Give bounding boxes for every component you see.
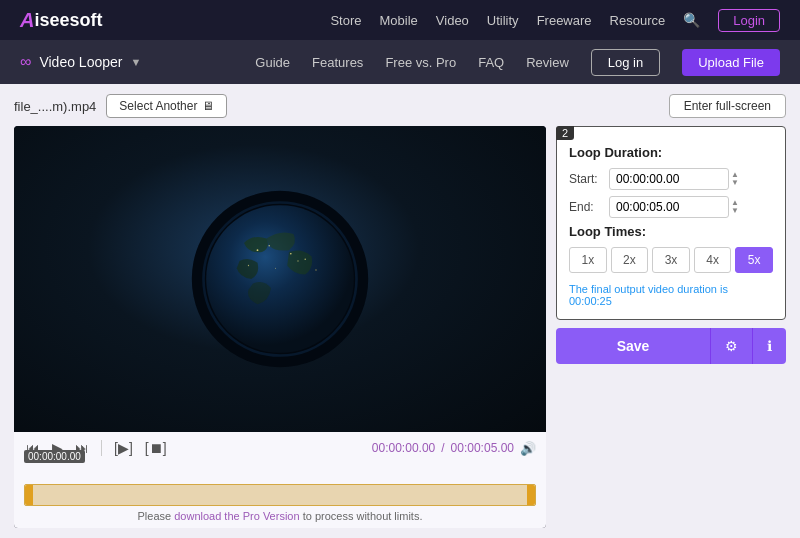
output-duration: The final output video duration is 00:00… — [569, 283, 773, 307]
logo: A iseesoft — [20, 9, 102, 32]
duration-title: Loop Duration: — [569, 145, 773, 160]
nav-utility[interactable]: Utility — [487, 13, 519, 28]
total-time: 00:00:05.00 — [451, 441, 514, 455]
info-icon: ℹ — [767, 338, 772, 354]
file-name: file_....m).mp4 — [14, 99, 96, 114]
svg-point-9 — [315, 269, 316, 270]
video-controls: ⏮ ▶ ⏭ [▶] [⏹] 00:00:00.00 / 00:00:05.00 … — [14, 432, 546, 528]
nav-video[interactable]: Video — [436, 13, 469, 28]
controls-row: ⏮ ▶ ⏭ [▶] [⏹] 00:00:00.00 / 00:00:05.00 … — [24, 438, 536, 458]
volume-icon[interactable]: 🔊 — [520, 441, 536, 456]
svg-point-4 — [290, 253, 292, 255]
loop-mark-out-button[interactable]: [⏹] — [143, 438, 169, 458]
svg-point-7 — [248, 265, 249, 266]
start-spinners: ▲ ▼ — [731, 171, 739, 187]
logo-a: A — [20, 9, 34, 32]
end-spinners: ▲ ▼ — [731, 199, 739, 215]
save-button[interactable]: Save — [556, 328, 710, 364]
current-time: 00:00:00.00 — [372, 441, 435, 455]
config-badge: 2 — [556, 126, 574, 140]
search-icon[interactable]: 🔍 — [683, 12, 700, 28]
loop-times-row: 1x 2x 3x 4x 5x — [569, 247, 773, 273]
svg-point-1 — [206, 205, 354, 353]
svg-point-5 — [297, 260, 298, 261]
fullscreen-button[interactable]: Enter full-screen — [669, 94, 786, 118]
timeline-track[interactable] — [24, 484, 536, 506]
end-input-group: ▲ ▼ — [609, 196, 739, 218]
timeline-handle-right[interactable] — [527, 485, 535, 505]
pro-message: Please download the Pro Version to proce… — [24, 510, 536, 522]
controls-divider — [101, 440, 102, 456]
dropdown-arrow-icon[interactable]: ▼ — [130, 56, 141, 68]
timeline-wrapper: 00:00:00.00 Please download the Pro Vers… — [24, 466, 536, 522]
nav-guide[interactable]: Guide — [255, 55, 290, 70]
svg-point-6 — [304, 258, 305, 259]
timeline-handle-left[interactable] — [25, 485, 33, 505]
output-text: The final output video duration is — [569, 283, 728, 295]
main-area: file_....m).mp4 Select Another 🖥 Enter f… — [0, 84, 800, 538]
second-nav-links: Guide Features Free vs. Pro FAQ Review L… — [255, 49, 780, 76]
loop-mark-in-button[interactable]: [▶] — [112, 438, 135, 458]
loop-config: 2 Loop Duration: Start: ▲ ▼ End: — [556, 126, 786, 320]
save-row: Save ⚙ ℹ — [556, 328, 786, 364]
pro-msg-suffix: to process without limits. — [300, 510, 423, 522]
start-input-group: ▲ ▼ — [609, 168, 739, 190]
loop-3x-button[interactable]: 3x — [652, 247, 690, 273]
content-area: ⏮ ▶ ⏭ [▶] [⏹] 00:00:00.00 / 00:00:05.00 … — [14, 126, 786, 528]
log-in-button[interactable]: Log in — [591, 49, 660, 76]
nav-resource[interactable]: Resource — [610, 13, 666, 28]
time-separator: / — [441, 441, 444, 455]
pro-msg-prefix: Please — [138, 510, 175, 522]
loop-5x-button[interactable]: 5x — [735, 247, 773, 273]
right-panel: 2 Loop Duration: Start: ▲ ▼ End: — [556, 126, 786, 528]
start-input[interactable] — [609, 168, 729, 190]
save-settings-button[interactable]: ⚙ — [710, 328, 752, 364]
end-field-row: End: ▲ ▼ — [569, 196, 773, 218]
second-nav: ∞ Video Looper ▼ Guide Features Free vs.… — [0, 40, 800, 84]
loop-times-title: Loop Times: — [569, 224, 773, 239]
top-nav-links: Store Mobile Video Utility Freeware Reso… — [330, 9, 780, 32]
svg-point-8 — [275, 268, 276, 269]
nav-free-vs-pro[interactable]: Free vs. Pro — [385, 55, 456, 70]
nav-store[interactable]: Store — [330, 13, 361, 28]
nav-faq[interactable]: FAQ — [478, 55, 504, 70]
file-bar: file_....m).mp4 Select Another 🖥 Enter f… — [14, 94, 786, 118]
upload-button[interactable]: Upload File — [682, 49, 780, 76]
loop-4x-button[interactable]: 4x — [694, 247, 732, 273]
select-another-label: Select Another — [119, 99, 197, 113]
start-label: Start: — [569, 172, 609, 186]
time-volume-area: 00:00:00.00 / 00:00:05.00 🔊 — [372, 441, 536, 456]
tool-brand: ∞ Video Looper ▼ — [20, 53, 141, 71]
earth-graphic — [190, 189, 370, 369]
svg-point-3 — [268, 245, 269, 246]
nav-mobile[interactable]: Mobile — [380, 13, 418, 28]
pro-link[interactable]: download the Pro Version — [174, 510, 299, 522]
end-label: End: — [569, 200, 609, 214]
top-nav: A iseesoft Store Mobile Video Utility Fr… — [0, 0, 800, 40]
end-input[interactable] — [609, 196, 729, 218]
monitor-icon: 🖥 — [202, 99, 214, 113]
video-panel: ⏮ ▶ ⏭ [▶] [⏹] 00:00:00.00 / 00:00:05.00 … — [14, 126, 546, 528]
output-duration-value: 00:00:25 — [569, 295, 612, 307]
start-spin-down[interactable]: ▼ — [731, 179, 739, 187]
nav-features[interactable]: Features — [312, 55, 363, 70]
end-spin-down[interactable]: ▼ — [731, 207, 739, 215]
video-display — [14, 126, 546, 432]
nav-freeware[interactable]: Freeware — [537, 13, 592, 28]
select-another-button[interactable]: Select Another 🖥 — [106, 94, 227, 118]
gear-icon: ⚙ — [725, 338, 738, 354]
start-field-row: Start: ▲ ▼ — [569, 168, 773, 190]
save-info-button[interactable]: ℹ — [752, 328, 786, 364]
file-bar-left: file_....m).mp4 Select Another 🖥 — [14, 94, 227, 118]
timeline-time-label: 00:00:00.00 — [24, 450, 85, 463]
login-button[interactable]: Login — [718, 9, 780, 32]
logo-text: iseesoft — [34, 10, 102, 31]
svg-point-2 — [257, 249, 259, 251]
loop-1x-button[interactable]: 1x — [569, 247, 607, 273]
loop-2x-button[interactable]: 2x — [611, 247, 649, 273]
timeline-spacer — [24, 484, 536, 506]
loop-icon: ∞ — [20, 53, 31, 71]
tool-name: Video Looper — [39, 54, 122, 70]
nav-review[interactable]: Review — [526, 55, 569, 70]
